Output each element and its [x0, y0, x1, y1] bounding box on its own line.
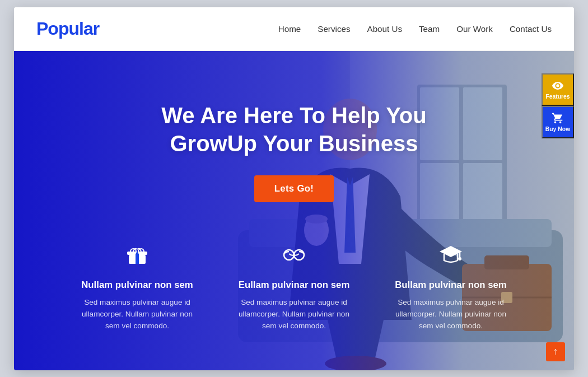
hero-title-line1: We Are Here To Help You	[161, 103, 426, 128]
feature-3-title: Bullam pulvinar non sem	[395, 280, 507, 291]
buy-side-button[interactable]: Buy Now	[542, 106, 574, 138]
buy-side-label: Buy Now	[545, 126, 570, 132]
cart-icon	[552, 112, 564, 124]
nav-about[interactable]: About Us	[367, 24, 402, 34]
feature-1-title: Nullam pulvinar non sem	[81, 280, 193, 291]
nav-team[interactable]: Team	[419, 24, 440, 34]
hero-title-line2: GrowUp Your Business	[170, 131, 418, 156]
hero-content: We Are Here To Help You GrowUp Your Busi…	[14, 51, 574, 360]
feature-card-3: Bullam pulvinar non sem Sed maximus pulv…	[372, 236, 529, 337]
cta-button[interactable]: Lets Go!	[254, 175, 334, 202]
nav-services[interactable]: Services	[318, 24, 350, 34]
feature-card-1: Nullam pulvinar non sem Sed maximus pulv…	[59, 236, 216, 337]
feature-3-desc: Sed maximus pulvinar augue id ullamcorpe…	[389, 296, 512, 332]
svg-marker-25	[440, 246, 462, 257]
main-nav: Home Services About Us Team Our Work Con…	[278, 24, 552, 34]
logo-text: opular	[48, 18, 99, 39]
feature-2-desc: Sed maximus pulvinar augue id ullamcorpe…	[232, 296, 356, 332]
features-side-label: Features	[545, 94, 570, 100]
features-side-button[interactable]: Features	[542, 73, 574, 106]
feature-card-2: Eullam pulvinar non sem Sed maximus pulv…	[216, 236, 372, 337]
svg-point-27	[458, 257, 461, 260]
nav-work[interactable]: Our Work	[456, 24, 493, 34]
side-buttons: Features Buy Now	[542, 73, 574, 138]
hero-title: We Are Here To Help You GrowUp Your Busi…	[161, 101, 426, 157]
browser-frame: Popular Home Services About Us Team Our …	[14, 7, 574, 370]
feature-1-desc: Sed maximus pulvinar augue id ullamcorpe…	[76, 296, 199, 332]
gift-icon	[125, 241, 150, 271]
scroll-top-button[interactable]: ↑	[546, 342, 565, 361]
logo-accent: P	[36, 18, 48, 39]
nav-home[interactable]: Home	[278, 24, 301, 34]
nav-contact[interactable]: Contact Us	[510, 24, 552, 34]
header: Popular Home Services About Us Team Our …	[14, 7, 574, 51]
feature-2-title: Eullam pulvinar non sem	[239, 280, 350, 291]
feature-cards: Nullam pulvinar non sem Sed maximus pulv…	[42, 236, 546, 337]
eye-icon	[552, 80, 564, 92]
hero-section: Features Buy Now We Are Here To Help You…	[14, 51, 574, 370]
logo[interactable]: Popular	[36, 18, 99, 39]
glasses-icon	[282, 241, 306, 271]
graduation-icon	[438, 241, 463, 271]
